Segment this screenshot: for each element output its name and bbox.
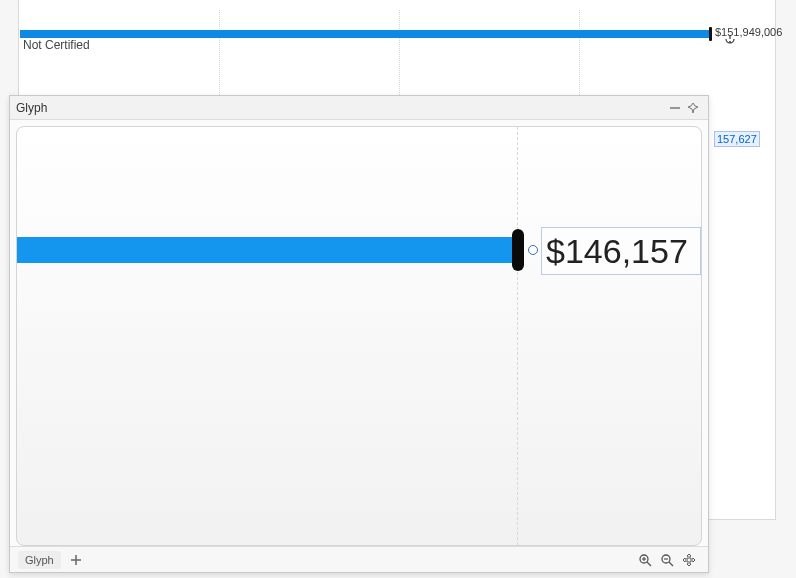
svg-line-5 xyxy=(647,562,651,566)
glyph-layer-tab[interactable]: Glyph xyxy=(18,551,61,569)
bar-end-marker xyxy=(709,27,712,41)
zoom-in-icon[interactable] xyxy=(634,550,656,570)
pin-icon[interactable] xyxy=(684,99,702,117)
glyph-canvas[interactable]: $146,157 xyxy=(16,126,702,546)
glyph-value-text: $146,157 xyxy=(546,232,688,271)
zoom-out-icon[interactable] xyxy=(656,550,678,570)
glyph-value-textbox[interactable]: $146,157 xyxy=(541,227,701,275)
bar-category-label: Not Certified xyxy=(23,38,90,52)
bar-value-label: $151,949,006 xyxy=(715,26,782,38)
glyph-anchor-handle[interactable] xyxy=(528,245,538,255)
canvas-gridline xyxy=(517,127,518,545)
svg-line-9 xyxy=(669,562,673,566)
pan-icon[interactable] xyxy=(678,550,700,570)
bar-not-certified[interactable] xyxy=(20,30,710,38)
glyph-footer: Glyph xyxy=(10,546,708,572)
add-layer-button[interactable] xyxy=(65,550,87,570)
hidden-value-peek: 157,627 xyxy=(715,132,759,146)
glyph-bar-mark[interactable] xyxy=(17,237,517,263)
glyph-bar-end-symbol[interactable] xyxy=(512,229,524,271)
bar-row-not-certified: $151,949,006 xyxy=(20,24,774,44)
glyph-editor-window: Glyph $146,157 Glyph xyxy=(9,95,709,573)
glyph-title: Glyph xyxy=(16,101,47,115)
glyph-titlebar[interactable]: Glyph xyxy=(10,96,708,120)
minimize-button[interactable] xyxy=(666,99,684,117)
